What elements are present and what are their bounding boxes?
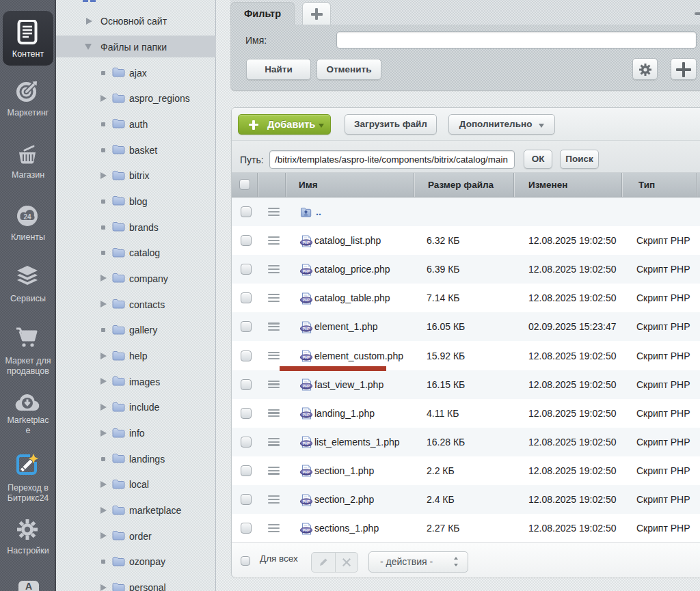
svg-text:24: 24 [23, 213, 31, 221]
svg-text:PHP: PHP [303, 499, 310, 504]
svg-text:PHP: PHP [303, 327, 310, 331]
svg-text:PHP: PHP [303, 240, 310, 245]
svg-text:PHP: PHP [303, 269, 310, 273]
svg-text:PHP: PHP [303, 384, 310, 388]
svg-text:PHP: PHP [303, 528, 310, 532]
svg-text:PHP: PHP [303, 441, 310, 445]
svg-text:PHP: PHP [303, 413, 310, 417]
svg-text:PHP: PHP [303, 355, 310, 359]
svg-text:PHP: PHP [303, 470, 310, 474]
svg-text:PHP: PHP [303, 298, 310, 302]
